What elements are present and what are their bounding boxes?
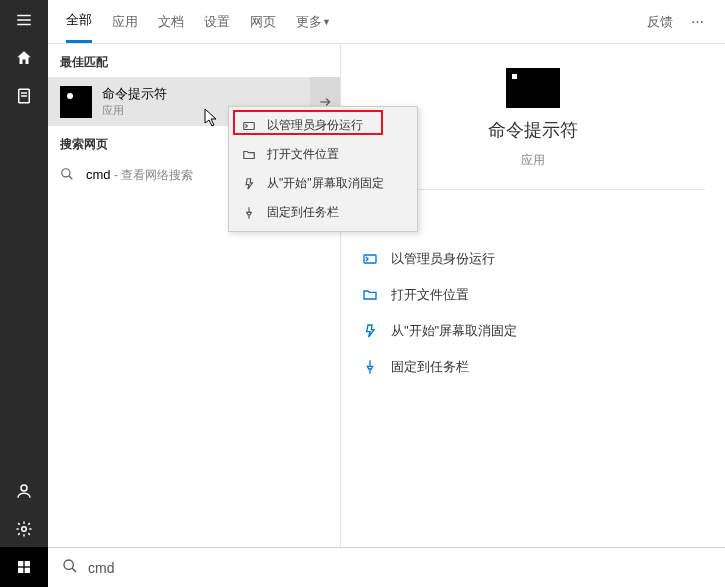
svg-line-10 [69,176,73,180]
preview-action-unpin-start[interactable]: 从"开始"屏幕取消固定 [361,318,705,344]
result-title: 命令提示符 [102,85,167,103]
start-button[interactable] [0,547,48,587]
svg-point-6 [21,485,27,491]
results-pane: 最佳匹配 命令提示符 应用 搜索网页 [48,44,340,587]
preview-action-label: 从"开始"屏幕取消固定 [391,322,517,340]
home-icon[interactable] [14,48,34,68]
tab-settings[interactable]: 设置 [204,0,230,43]
svg-rect-16 [18,561,23,566]
shield-icon [241,118,257,134]
user-icon[interactable] [14,481,34,501]
shield-icon [361,250,379,268]
ctx-label: 以管理员身份运行 [267,117,363,134]
ctx-label: 打开文件位置 [267,146,339,163]
search-icon [60,167,76,184]
main-area: 全部 应用 文档 设置 网页 更多 ▼ 反馈 ⋯ 最佳匹配 命令提 [48,0,725,587]
pin-icon [361,358,379,376]
cmd-app-icon [60,86,92,118]
svg-line-15 [72,568,76,572]
svg-rect-19 [25,568,30,573]
context-menu: 以管理员身份运行 打开文件位置 从"开始"屏幕取消固定 [228,106,418,232]
ctx-unpin-start[interactable]: 从"开始"屏幕取消固定 [229,169,417,198]
preview-sub: 应用 [521,152,545,169]
svg-point-14 [64,560,73,569]
folder-icon [361,286,379,304]
ctx-label: 固定到任务栏 [267,204,339,221]
gear-icon[interactable] [14,519,34,539]
svg-rect-17 [25,561,30,566]
ctx-pin-taskbar[interactable]: 固定到任务栏 [229,198,417,227]
tab-more[interactable]: 更多 ▼ [296,0,331,43]
preview-action-label: 以管理员身份运行 [391,250,495,268]
tab-all[interactable]: 全部 [66,0,92,43]
preview-action-pin-taskbar[interactable]: 固定到任务栏 [361,354,705,380]
result-sub: 应用 [102,103,167,118]
preview-title: 命令提示符 [488,118,578,142]
ctx-open-file-location[interactable]: 打开文件位置 [229,140,417,169]
unpin-icon [361,322,379,340]
left-rail [0,0,48,587]
preview-app-icon [506,68,560,108]
feedback-link[interactable]: 反馈 [647,13,673,31]
unpin-icon [241,176,257,192]
preview-action-admin[interactable]: 以管理员身份运行 [361,246,705,272]
svg-rect-11 [244,122,255,129]
folder-icon [241,147,257,163]
tab-docs[interactable]: 文档 [158,0,184,43]
svg-rect-18 [18,568,23,573]
preview-action-label: 固定到任务栏 [391,358,469,376]
document-icon[interactable] [14,86,34,106]
preview-action-location[interactable]: 打开文件位置 [361,282,705,308]
hamburger-icon[interactable] [14,10,34,30]
svg-point-7 [22,527,27,532]
web-search-term: cmd [86,167,111,182]
tab-web[interactable]: 网页 [250,0,276,43]
ctx-run-as-admin[interactable]: 以管理员身份运行 [229,111,417,140]
best-match-header: 最佳匹配 [48,44,340,77]
search-icon [62,558,78,577]
search-bar[interactable]: cmd [48,547,725,587]
search-input-text[interactable]: cmd [88,560,114,576]
more-menu-icon[interactable]: ⋯ [687,14,707,29]
svg-rect-13 [364,255,376,263]
pin-icon [241,205,257,221]
preview-action-label: 打开文件位置 [391,286,469,304]
tabs-bar: 全部 应用 文档 设置 网页 更多 ▼ 反馈 ⋯ [48,0,725,44]
tab-apps[interactable]: 应用 [112,0,138,43]
svg-point-9 [62,169,70,177]
web-search-hint: - 查看网络搜索 [111,168,194,182]
ctx-label: 从"开始"屏幕取消固定 [267,175,384,192]
